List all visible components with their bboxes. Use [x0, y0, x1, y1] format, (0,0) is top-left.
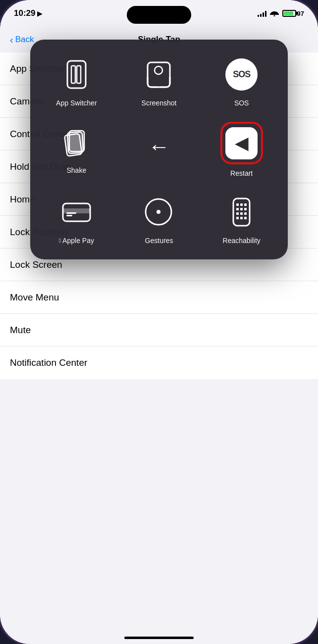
popup-item-label: App Switcher	[56, 99, 97, 107]
svg-rect-11	[66, 215, 72, 216]
back-label: Back	[15, 35, 34, 45]
svg-rect-20	[244, 208, 247, 210]
popup-item-label: Restart	[230, 169, 253, 177]
popup-item-label: Reachability	[223, 237, 261, 245]
list-item[interactable]: Notification Center	[0, 347, 318, 379]
svg-rect-10	[66, 212, 76, 214]
phone-frame: 10:29 ▶ 9	[0, 0, 318, 644]
popup-item-screenshot[interactable]: Screenshot	[123, 54, 196, 107]
svg-rect-23	[244, 212, 247, 215]
dynamic-island	[127, 6, 191, 24]
list-item-label: Mute	[10, 325, 31, 336]
screen: 10:29 ▶ 9	[0, 0, 318, 644]
back-button[interactable]: ‹ Back	[10, 34, 34, 46]
signal-bar-1	[258, 15, 259, 17]
app-switcher-icon	[56, 54, 96, 94]
popup-item-back[interactable]: ←	[123, 122, 196, 177]
shake-icon	[56, 122, 96, 161]
sos-icon: SOS	[222, 54, 262, 94]
wifi-icon	[270, 9, 279, 18]
svg-rect-2	[77, 66, 81, 83]
battery-fill	[284, 11, 294, 15]
list-item[interactable]: Move Menu	[0, 281, 318, 314]
svg-rect-24	[236, 217, 239, 219]
popup-item-shake[interactable]: Shake	[40, 122, 113, 177]
battery-percent: 97	[297, 10, 304, 17]
svg-rect-14	[233, 198, 250, 226]
popup-item-gestures[interactable]: Gestures	[123, 192, 196, 245]
status-icons: 97	[258, 9, 304, 18]
svg-rect-26	[244, 217, 247, 219]
location-icon: ▶	[37, 10, 42, 17]
home-indicator	[124, 637, 194, 639]
svg-rect-21	[236, 212, 239, 215]
popup-item-label: SOS	[234, 99, 249, 107]
action-picker-popup[interactable]: App Switcher Screenshot	[30, 40, 288, 259]
list-item-label: Notification Center	[10, 357, 87, 368]
popup-item-label: Gestures	[145, 237, 173, 245]
svg-point-4	[155, 66, 162, 74]
svg-rect-17	[244, 203, 247, 206]
svg-rect-19	[240, 208, 243, 210]
popup-item-label: Apple Pay	[59, 237, 94, 245]
svg-point-13	[157, 210, 160, 214]
svg-rect-15	[236, 203, 239, 206]
signal-bar-2	[260, 14, 262, 17]
popup-item-apple-pay[interactable]: Apple Pay	[40, 192, 113, 245]
gestures-icon	[139, 192, 179, 232]
svg-rect-7	[69, 131, 84, 151]
signal-bars	[258, 10, 266, 17]
signal-bar-3	[263, 12, 264, 17]
list-item-label: Move Menu	[10, 292, 59, 303]
time-display: 10:29	[14, 8, 35, 18]
popup-item-reachability[interactable]: Reachability	[205, 192, 278, 245]
svg-rect-16	[240, 203, 243, 206]
popup-item-label: Shake	[66, 166, 86, 174]
popup-item-restart[interactable]: ◀ Restart	[205, 122, 278, 177]
status-time: 10:29 ▶	[14, 8, 42, 18]
popup-item-label: Screenshot	[142, 99, 177, 107]
list-item[interactable]: Mute	[0, 314, 318, 347]
svg-rect-25	[240, 217, 243, 219]
apple-pay-icon	[56, 192, 96, 232]
signal-bar-4	[265, 11, 266, 17]
chevron-left-icon: ‹	[10, 34, 13, 46]
restart-icon: ◀	[220, 122, 263, 164]
svg-rect-22	[240, 212, 243, 215]
battery-container: 97	[282, 10, 304, 17]
svg-rect-18	[236, 208, 239, 210]
back-arrow-icon: ←	[139, 127, 179, 166]
popup-item-app-switcher[interactable]: App Switcher	[40, 54, 113, 107]
reachability-icon	[222, 192, 262, 232]
popup-item-sos[interactable]: SOS SOS	[205, 54, 278, 107]
battery-icon	[282, 10, 296, 17]
screenshot-icon	[139, 54, 179, 94]
popup-grid: App Switcher Screenshot	[40, 54, 278, 245]
svg-rect-1	[71, 66, 75, 83]
list-item-label: Lock Screen	[10, 259, 62, 270]
